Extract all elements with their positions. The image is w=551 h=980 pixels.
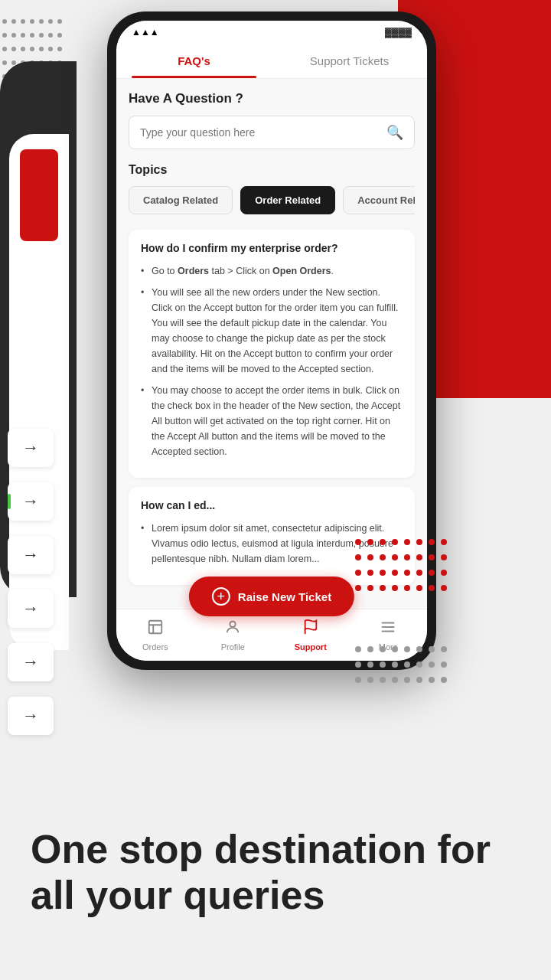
search-icon: 🔍 (386, 124, 403, 141)
profile-label: Profile (221, 642, 245, 652)
arrow-button-5[interactable]: → (8, 643, 54, 681)
background-dots-bottom-right2: (function(){ const c = document.currentS… (352, 643, 551, 720)
faq-bullet-1-2: You will see all the new orders under th… (141, 285, 403, 377)
arrow-button-3[interactable]: → (8, 536, 54, 574)
tab-bar: FAQ's Support Tickets (116, 44, 427, 79)
tab-support-tickets[interactable]: Support Tickets (272, 44, 427, 78)
arrow-button-1[interactable]: → (8, 429, 54, 467)
nav-support[interactable]: Support (272, 616, 350, 655)
status-bar: ▲▲▲ ▓▓▓▓ (116, 21, 427, 44)
faq-question-1: How do I confirm my enterprise order? (141, 242, 403, 254)
faq-body-1: Go to Orders tab > Click on Open Orders.… (141, 263, 403, 459)
orders-icon (147, 619, 164, 639)
faq-card-1: How do I confirm my enterprise order? Go… (129, 230, 415, 478)
topic-order-related[interactable]: Order Related (240, 186, 335, 214)
svg-point-3 (230, 622, 236, 627)
svg-rect-0 (149, 621, 162, 634)
support-label: Support (295, 642, 327, 652)
tagline-text: One stop destination for all your querie… (31, 827, 520, 919)
arrow-button-6[interactable]: → (8, 697, 54, 735)
orders-label: Orders (142, 642, 168, 652)
topics-label: Topics (129, 163, 415, 177)
faq-bullet-1-1: Go to Orders tab > Click on Open Orders. (141, 263, 403, 279)
support-icon (302, 619, 319, 639)
signal-icon: ▲▲▲ (132, 27, 159, 38)
left-screen-red-block (20, 149, 58, 241)
tagline-section: One stop destination for all your querie… (31, 827, 520, 919)
content-area: Have A Question ? 🔍 Topics Catalog Relat… (116, 79, 427, 609)
faq-bullet-1-3: You may choose to accept the order items… (141, 383, 403, 459)
left-sidebar: → → → → → → (0, 421, 61, 743)
plus-circle-icon: + (212, 587, 230, 606)
have-question-heading: Have A Question ? (129, 91, 415, 106)
raise-ticket-label: Raise New Ticket (238, 590, 331, 603)
search-box[interactable]: 🔍 (129, 116, 415, 149)
profile-icon (224, 619, 241, 639)
raise-ticket-button[interactable]: + Raise New Ticket (189, 577, 354, 616)
faq-question-2: How can I ed... (141, 499, 403, 511)
search-input[interactable] (140, 126, 386, 139)
topic-account-related[interactable]: Account Related (343, 186, 415, 214)
arrow-button-2[interactable]: → (8, 482, 54, 521)
tab-faqs[interactable]: FAQ's (116, 44, 272, 78)
battery-icon: ▓▓▓▓ (385, 27, 412, 38)
arrow-button-4[interactable]: → (8, 590, 54, 628)
topics-list: Catalog Related Order Related Account Re… (129, 186, 415, 217)
nav-profile[interactable]: Profile (194, 616, 272, 655)
topic-catalog-related[interactable]: Catalog Related (129, 186, 233, 214)
nav-orders[interactable]: Orders (116, 616, 194, 655)
